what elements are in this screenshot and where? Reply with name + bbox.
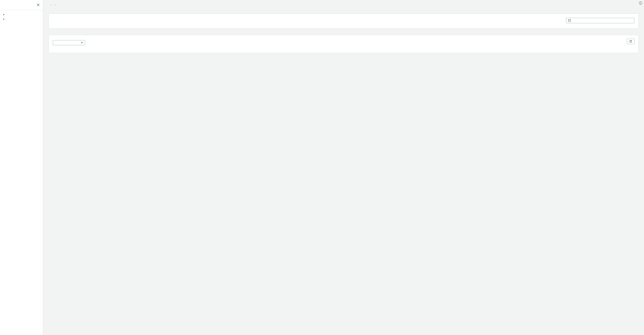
- svg-rect-2: [640, 3, 641, 4]
- caret-down-icon: ▼: [81, 41, 83, 44]
- close-icon: [37, 4, 40, 6]
- caret-down-icon: ▼: [3, 14, 5, 16]
- nav-section-vdm[interactable]: ▼: [0, 17, 43, 21]
- svg-rect-3: [568, 20, 571, 22]
- info-icon: [639, 2, 642, 5]
- refresh-icon: [629, 40, 632, 43]
- calendar-icon: [568, 19, 571, 22]
- chevron-right-icon: ›: [55, 3, 56, 6]
- date-range-select[interactable]: [566, 18, 634, 23]
- breadcrumb: › ›: [43, 0, 644, 8]
- main: › ›: [43, 0, 644, 335]
- nav: ▼ ▼: [0, 10, 43, 25]
- svg-point-1: [640, 2, 641, 3]
- caret-down-icon: ▼: [3, 18, 5, 20]
- nav-section-configuration[interactable]: ▼: [0, 12, 43, 17]
- chevron-right-icon: ›: [50, 3, 51, 6]
- close-sidebar-button[interactable]: [36, 3, 40, 8]
- metrics-panel: ▼: [48, 35, 638, 53]
- refresh-button[interactable]: [627, 39, 634, 44]
- info-button[interactable]: [639, 2, 642, 6]
- select-metrics-dropdown[interactable]: ▼: [53, 40, 85, 45]
- overview-panel: [48, 14, 638, 29]
- sidebar: ▼ ▼: [0, 0, 43, 335]
